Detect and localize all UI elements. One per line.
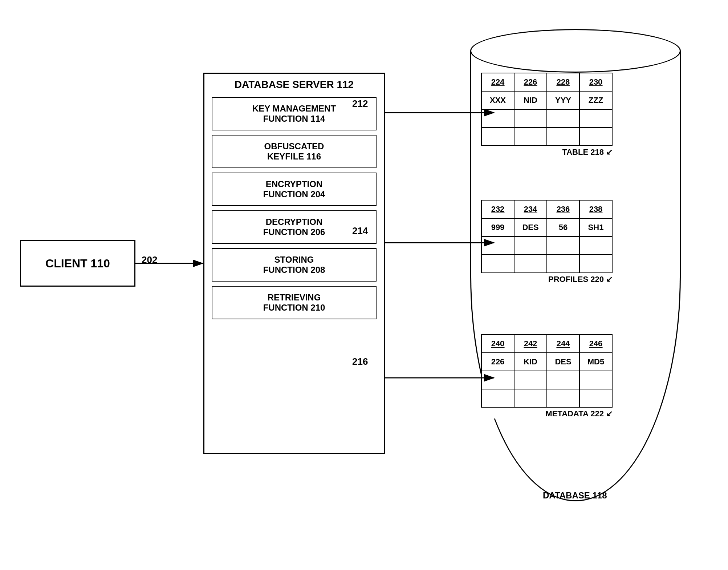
cell-empty-5b [514, 371, 547, 389]
cell-empty-6c [547, 389, 579, 407]
cell-empty-3d [579, 237, 612, 255]
cell-56: 56 [547, 218, 579, 237]
arrow-214-label: 214 [352, 225, 368, 237]
server-title: DATABASE SERVER 112 [235, 79, 354, 90]
cell-empty-6a [481, 389, 514, 407]
function-retrieving: RETRIEVINGFUNCTION 210 [212, 286, 377, 319]
cell-empty-4b [514, 255, 547, 273]
cell-empty-1a [481, 109, 514, 128]
cell-empty-1d [579, 109, 612, 128]
function-storing: STORINGFUNCTION 208 [212, 248, 377, 282]
cell-nid: NID [514, 91, 547, 109]
cell-empty-1c [547, 109, 579, 128]
cell-empty-2d [579, 128, 612, 146]
cell-empty-5a [481, 371, 514, 389]
col-226-header: 226 [514, 73, 547, 91]
function-obfuscated-keyfile: OBFUSCATEDKEYFILE 116 [212, 135, 377, 168]
cell-des-1: DES [514, 218, 547, 237]
cell-empty-2b [514, 128, 547, 146]
client-box: CLIENT 110 [20, 240, 135, 287]
profiles-220: 232 234 236 238 999 DES 56 SH1 [481, 200, 613, 284]
server-box: DATABASE SERVER 112 KEY MANAGEMENTFUNCTI… [203, 73, 385, 454]
cell-empty-2a [481, 128, 514, 146]
cell-des-2: DES [547, 353, 579, 371]
cell-empty-3a [481, 237, 514, 255]
client-label: CLIENT 110 [45, 257, 110, 270]
function-key-management: KEY MANAGEMENTFUNCTION 114 [212, 97, 377, 130]
col-236-header: 236 [547, 200, 579, 218]
cell-xxx: XXX [481, 91, 514, 109]
metadata-222: 240 242 244 246 226 KID DES MD5 [481, 334, 613, 419]
cell-empty-6b [514, 389, 547, 407]
cell-zzz: ZZZ [579, 91, 612, 109]
database-cylinder: 224 226 228 230 XXX NID YYY ZZZ [470, 29, 681, 520]
function-encryption: ENCRYPTIONFUNCTION 204 [212, 173, 377, 206]
col-230-header: 230 [579, 73, 612, 91]
col-228-header: 228 [547, 73, 579, 91]
cell-empty-2c [547, 128, 579, 146]
table-218-label: TABLE 218 ↙ [481, 147, 613, 157]
col-240-header: 240 [481, 335, 514, 353]
cell-empty-3b [514, 237, 547, 255]
function-decryption: DECRYPTIONFUNCTION 206 [212, 210, 377, 244]
cell-empty-4a [481, 255, 514, 273]
cell-md5: MD5 [579, 353, 612, 371]
col-242-header: 242 [514, 335, 547, 353]
arrow-202-label: 202 [142, 254, 157, 266]
cell-226: 226 [481, 353, 514, 371]
cell-empty-3c [547, 237, 579, 255]
col-244-header: 244 [547, 335, 579, 353]
cell-999: 999 [481, 218, 514, 237]
database-118-label: DATABASE 118 [543, 490, 607, 501]
arrow-212-label: 212 [352, 98, 368, 109]
arrow-216-label: 216 [352, 356, 368, 367]
cell-empty-4c [547, 255, 579, 273]
cell-empty-6d [579, 389, 612, 407]
table-218: 224 226 228 230 XXX NID YYY ZZZ [481, 73, 613, 157]
cell-empty-1b [514, 109, 547, 128]
profiles-220-label: PROFILES 220 ↙ [481, 275, 613, 284]
cell-kid: KID [514, 353, 547, 371]
col-224-header: 224 [481, 73, 514, 91]
cell-sh1: SH1 [579, 218, 612, 237]
metadata-222-label: METADATA 222 ↙ [481, 409, 613, 419]
cell-empty-5c [547, 371, 579, 389]
col-238-header: 238 [579, 200, 612, 218]
diagram: CLIENT 110 DATABASE SERVER 112 KEY MANAG… [0, 0, 728, 570]
cell-empty-4d [579, 255, 612, 273]
cylinder-top [470, 29, 681, 73]
cell-yyy: YYY [547, 91, 579, 109]
col-234-header: 234 [514, 200, 547, 218]
col-232-header: 232 [481, 200, 514, 218]
col-246-header: 246 [579, 335, 612, 353]
cell-empty-5d [579, 371, 612, 389]
